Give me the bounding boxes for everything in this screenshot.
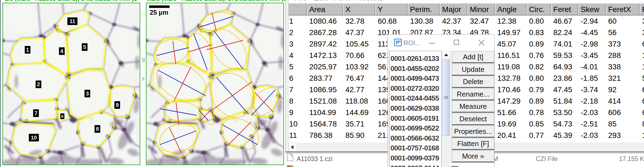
svg-text:8: 8 — [96, 126, 99, 132]
svg-text:11: 11 — [70, 18, 75, 24]
svg-text:3: 3 — [86, 91, 89, 97]
svg-text:9: 9 — [116, 102, 119, 108]
svg-text:4: 4 — [60, 48, 64, 54]
svg-text:6: 6 — [61, 114, 63, 119]
svg-text:25 µm: 25 µm — [150, 9, 168, 16]
svg-text:7: 7 — [35, 110, 37, 116]
svg-text:10: 10 — [31, 135, 37, 141]
svg-text:1: 1 — [26, 47, 29, 53]
svg-text:2: 2 — [37, 81, 40, 87]
svg-text:5: 5 — [83, 44, 86, 50]
